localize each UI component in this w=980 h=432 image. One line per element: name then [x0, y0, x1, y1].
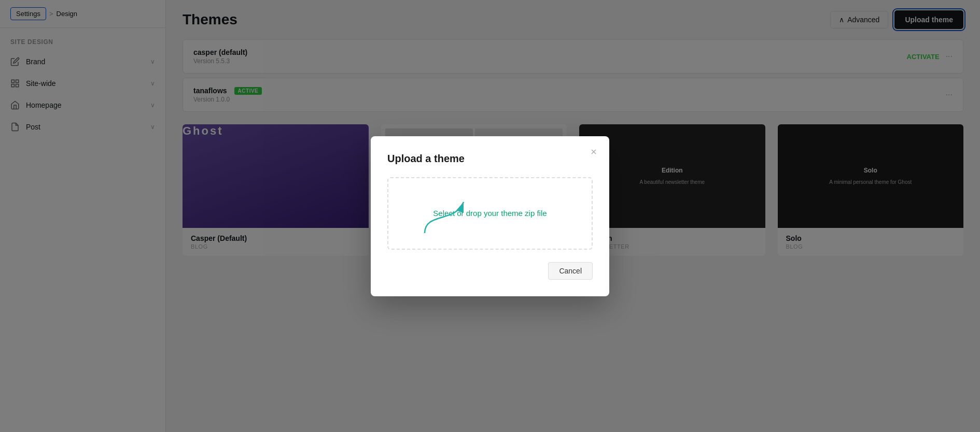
modal-footer: Cancel — [387, 262, 593, 280]
cancel-button[interactable]: Cancel — [548, 262, 593, 280]
modal-close-button[interactable] — [586, 145, 601, 159]
drop-zone-text: Select or drop your theme zip file — [433, 209, 547, 218]
file-drop-zone[interactable]: Select or drop your theme zip file — [387, 177, 593, 250]
modal-title: Upload a theme — [387, 153, 593, 165]
upload-theme-modal: Upload a theme Select or drop your theme… — [371, 136, 609, 296]
close-icon — [590, 148, 598, 156]
modal-overlay: Upload a theme Select or drop your theme… — [0, 0, 980, 432]
